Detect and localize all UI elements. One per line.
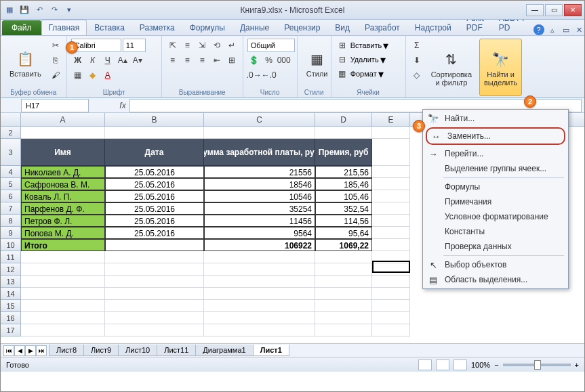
sheet-tab[interactable]: Лист9	[83, 345, 119, 356]
bold-button[interactable]: Ж	[71, 53, 85, 67]
sheet-tab[interactable]: Лист10	[118, 345, 157, 356]
undo-icon[interactable]: ↶	[33, 4, 45, 16]
row-header[interactable]: 2	[1, 127, 21, 139]
col-header-d[interactable]: D	[315, 113, 372, 126]
doc-close-icon[interactable]: ✕	[574, 24, 585, 35]
insert-cells-button[interactable]: ⊞Вставить ▾	[336, 39, 401, 52]
paste-button[interactable]: 📋 Вставить	[5, 39, 46, 87]
qat-more-icon[interactable]: ▾	[63, 4, 75, 16]
doc-restore-icon[interactable]: ▭	[561, 24, 571, 35]
header-name[interactable]: Имя	[21, 139, 105, 166]
insert-tab[interactable]: Вставка	[87, 20, 132, 35]
home-tab[interactable]: Главная	[41, 20, 87, 35]
menu-validation[interactable]: Проверка данных	[424, 239, 567, 254]
minimize-button[interactable]: —	[526, 4, 544, 16]
help-icon[interactable]: ?	[533, 24, 544, 35]
menu-find[interactable]: 🔭Найти...	[424, 111, 567, 126]
increase-font-icon[interactable]: A▴	[116, 53, 129, 67]
format-cells-button[interactable]: ▦Формат ▾	[336, 67, 401, 81]
sheet-tab-active[interactable]: Лист1	[253, 345, 289, 356]
table-cell[interactable]: Николаев А. Д.	[21, 166, 105, 178]
view-tab[interactable]: Вид	[327, 20, 357, 35]
orientation-icon[interactable]: ⟲	[210, 39, 224, 52]
sheet-nav-prev-icon[interactable]: ◀	[14, 345, 25, 356]
row-header[interactable]: 8	[1, 215, 21, 227]
copy-icon[interactable]: ⎘	[49, 53, 62, 67]
row-header[interactable]: 4	[1, 166, 21, 178]
header-salary[interactable]: Сумма заработной платы, руб.	[204, 139, 315, 166]
autosum-icon[interactable]: Σ	[410, 39, 424, 52]
excel-icon[interactable]: ▦	[3, 4, 16, 16]
zoom-in-icon[interactable]: +	[575, 361, 579, 369]
comma-icon[interactable]: 000	[277, 53, 291, 67]
normal-view-icon[interactable]	[418, 360, 432, 370]
layout-tab[interactable]: Разметка	[132, 20, 182, 35]
format-painter-icon[interactable]: 🖌	[49, 68, 62, 82]
italic-button[interactable]: К	[86, 53, 100, 67]
menu-replace[interactable]: ↔Заменить...	[426, 127, 565, 145]
percent-icon[interactable]: %	[262, 53, 276, 67]
menu-constants[interactable]: Константы	[424, 224, 567, 239]
sheet-tab[interactable]: Лист11	[157, 345, 196, 356]
header-date[interactable]: Дата	[105, 139, 204, 166]
font-color-icon[interactable]: A	[101, 68, 115, 82]
wrap-text-icon[interactable]: ↵	[225, 39, 239, 52]
row-header[interactable]: 7	[1, 202, 21, 215]
formulas-tab[interactable]: Формулы	[182, 20, 233, 35]
review-tab[interactable]: Рецензир	[277, 20, 327, 35]
align-left-icon[interactable]: ≡	[166, 53, 180, 67]
align-right-icon[interactable]: ≡	[195, 53, 209, 67]
sheet-tab[interactable]: Лист8	[49, 345, 84, 356]
data-tab[interactable]: Данные	[233, 20, 277, 35]
menu-cond-fmt[interactable]: Условное форматирование	[424, 209, 567, 224]
col-header-e[interactable]: E	[372, 113, 410, 126]
align-middle-icon[interactable]: ≡	[180, 39, 194, 52]
developer-tab[interactable]: Разработ	[357, 20, 407, 35]
number-format-combo[interactable]: Общий	[247, 39, 295, 52]
sheet-tab[interactable]: Диаграмма1	[195, 345, 253, 356]
zoom-out-icon[interactable]: −	[494, 361, 498, 369]
increase-decimal-icon[interactable]: .0→	[247, 68, 261, 82]
align-bottom-icon[interactable]: ⇲	[195, 39, 209, 52]
menu-goto-special[interactable]: Выделение группы ячеек...	[424, 161, 567, 176]
menu-comments[interactable]: Примечания	[424, 194, 567, 209]
sheet-nav-last-icon[interactable]: ⏭	[36, 345, 47, 356]
font-name-combo[interactable]: Calibri	[71, 39, 121, 52]
header-bonus[interactable]: Премия, руб	[315, 139, 372, 166]
zoom-level[interactable]: 100%	[471, 361, 490, 369]
styles-button[interactable]: ▦ Стили	[302, 39, 333, 87]
addins-tab[interactable]: Надстрой	[407, 20, 459, 35]
row-header[interactable]: 10	[1, 239, 21, 251]
underline-button[interactable]: Ч	[101, 53, 115, 67]
decrease-decimal-icon[interactable]: ←.0	[262, 68, 276, 82]
row-header[interactable]: 5	[1, 178, 21, 190]
align-center-icon[interactable]: ≡	[180, 53, 194, 67]
merge-icon[interactable]: ⊞	[225, 53, 239, 67]
border-icon[interactable]: ▦	[71, 68, 85, 82]
fill-color-icon[interactable]: ◆	[86, 68, 100, 82]
find-select-button[interactable]: 🔭 Найти и выделить	[479, 39, 522, 96]
menu-select-objects[interactable]: ↖Выбор объектов	[424, 257, 567, 272]
row-header[interactable]: 3	[1, 139, 21, 166]
menu-formulas[interactable]: Формулы	[424, 179, 567, 194]
row-header[interactable]: 6	[1, 190, 21, 202]
decrease-indent-icon[interactable]: ⇤	[210, 53, 224, 67]
decrease-font-icon[interactable]: A▾	[131, 53, 144, 67]
zoom-slider[interactable]	[503, 364, 571, 366]
clear-icon[interactable]: ◇	[410, 68, 424, 82]
menu-goto[interactable]: →Перейти...	[424, 146, 567, 161]
cut-icon[interactable]: ✂	[49, 39, 62, 52]
col-header-b[interactable]: B	[105, 113, 204, 126]
sheet-nav-next-icon[interactable]: ▶	[25, 345, 36, 356]
page-break-view-icon[interactable]	[453, 360, 467, 370]
page-layout-view-icon[interactable]	[436, 360, 449, 370]
file-tab[interactable]: Файл	[2, 20, 41, 35]
close-button[interactable]: ✕	[564, 4, 582, 16]
currency-icon[interactable]: 💲	[247, 53, 261, 67]
menu-selection-pane[interactable]: ▤Область выделения...	[424, 272, 567, 287]
name-box[interactable]: H17	[21, 99, 89, 112]
col-header-a[interactable]: A	[21, 113, 105, 126]
ribbon-minimize-icon[interactable]: ▵	[547, 24, 558, 35]
select-all-corner[interactable]	[1, 113, 21, 126]
sheet-nav-first-icon[interactable]: ⏮	[3, 345, 14, 356]
